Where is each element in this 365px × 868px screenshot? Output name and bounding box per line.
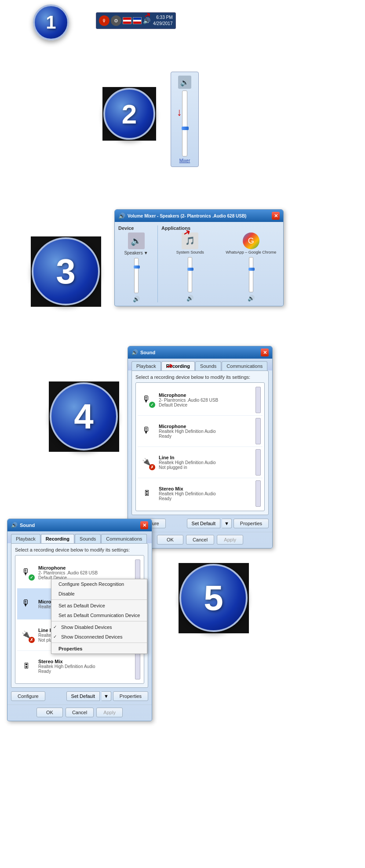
whatsapp-vol-icon: 🔊: [248, 295, 255, 301]
step2-circle: 2: [103, 88, 155, 140]
dialog-titlebar: 🔊 Volume Mixer - Speakers (2- Plantronic…: [115, 210, 283, 222]
tab-desc-4: Select a recording device below to modif…: [135, 374, 265, 380]
properties-btn-4[interactable]: Properties: [234, 519, 269, 528]
tab-playback-4[interactable]: Playback: [131, 361, 161, 370]
tab-communications-4[interactable]: Communications: [222, 361, 267, 370]
apply-btn-5[interactable]: Apply: [96, 708, 123, 717]
device-slider-track[interactable]: [134, 258, 139, 293]
dialog-title: Volume Mixer - Speakers (2- Plantronics …: [128, 214, 246, 218]
tab-sounds-5[interactable]: Sounds: [75, 534, 101, 543]
device-name-2: Microphone: [159, 424, 252, 429]
ctx-item-speech[interactable]: Configure Speech Recognition: [51, 579, 147, 589]
device-bar-3: [255, 449, 261, 476]
cancel-btn-5[interactable]: Cancel: [66, 708, 94, 717]
speakers-icon: 🔉: [128, 232, 145, 249]
device-bar-1: [255, 387, 261, 413]
speaker-icon: 🔊: [178, 76, 191, 89]
sound-icon-4: 🔊: [131, 349, 138, 356]
status-badge-5-3: ✗: [29, 637, 35, 643]
ctx-item-disable[interactable]: Disable: [51, 589, 147, 599]
close-btn-5[interactable]: ✕: [140, 521, 148, 529]
ctx-item-default[interactable]: Set as Default Device: [51, 601, 147, 610]
device-list-4: 🎙 ✓ Microphone 2- Plantronics .Audio 628…: [135, 382, 265, 511]
sound-dialog-step5: 🔊 Sound ✕ Playback Recording Sounds Comm…: [7, 519, 152, 721]
device-sub1-5-4: Realtek High Definition Audio: [38, 664, 131, 669]
device-sub2-5-4: Ready: [38, 669, 131, 674]
whatsapp-slider[interactable]: [249, 257, 253, 292]
ctx-item-show-disconnected[interactable]: ✓Show Disconnected Devices: [51, 632, 147, 642]
taskbar-time: 6:33 PM 4/29/2017: [153, 15, 173, 27]
device-item-4[interactable]: 🎛 Stereo Mix Realtek High Definition Aud…: [138, 478, 263, 509]
set-default-arrow-5[interactable]: ▼: [102, 691, 111, 701]
device-name-5-4: Stereo Mix: [38, 659, 131, 664]
sound-icon: 🔊: [118, 213, 125, 219]
device-name-4: Stereo Mix: [159, 486, 252, 491]
device-name-5-1: Microphone: [38, 565, 131, 570]
device-sub2-1: Default Device: [159, 403, 252, 407]
ctx-item-show-disabled[interactable]: ✓Show Disabled Devices: [51, 622, 147, 632]
whatsapp-icon: G: [243, 232, 259, 249]
volume-mixer-dialog: 🔊 Volume Mixer - Speakers (2- Plantronic…: [114, 209, 284, 306]
device-item-1[interactable]: 🎙 ✓ Microphone 2- Plantronics .Audio 628…: [138, 385, 263, 416]
status-badge-3: ✗: [149, 464, 155, 470]
device-item-5-4[interactable]: 🎛 Stereo Mix Realtek High Definition Aud…: [17, 651, 142, 682]
flag2-icon: [133, 17, 142, 24]
device-item-3[interactable]: 🔌 ✗ Line In Realtek High Definition Audi…: [138, 447, 263, 478]
device-sub1-1: 2- Plantronics .Audio 628 USB: [159, 398, 252, 403]
device-name-1: Microphone: [159, 392, 252, 398]
device-sub1-2: Realtek High Definition Audio: [159, 429, 252, 434]
device-bar-2: [255, 418, 261, 444]
tab-desc-5: Select a recording device below to modif…: [15, 547, 144, 552]
apply-btn-4[interactable]: Apply: [217, 535, 243, 545]
volume-track[interactable]: [182, 91, 187, 156]
device-sub1-5-1: 2- Plantronics .Audio 628 USB: [38, 570, 131, 575]
volume-thumb[interactable]: [182, 127, 189, 130]
step1-taskbar: 🎙 ⚙ 🔊 6:33 PM 4/29/2017 ➜: [96, 12, 176, 29]
device-sub1-4: Realtek High Definition Audio: [159, 491, 252, 496]
configure-btn-5[interactable]: Configure: [11, 691, 45, 701]
tab-playback-5[interactable]: Playback: [11, 534, 40, 543]
close-btn-4[interactable]: ✕: [261, 349, 269, 356]
context-menu: Configure Speech Recognition Disable Set…: [51, 579, 147, 654]
ok-btn-5[interactable]: OK: [36, 708, 63, 717]
device-item-2[interactable]: 🎙 Microphone Realtek High Definition Aud…: [138, 416, 263, 447]
sound-titlebar-5: 🔊 Sound ✕: [7, 519, 152, 531]
device-section-label: Device: [118, 225, 154, 231]
step1-circle: 1: [33, 4, 69, 40]
speakers-dropdown[interactable]: Speakers ▼: [124, 251, 148, 255]
ctx-item-comm-default[interactable]: Set as Default Communication Device: [51, 610, 147, 620]
settings-icon[interactable]: ⚙: [111, 15, 121, 26]
device-sub2-3: Not plugged in: [159, 465, 252, 470]
apps-section-label: Applications: [161, 225, 280, 231]
set-default-btn-4[interactable]: Set Default: [187, 519, 220, 528]
ok-btn-4[interactable]: OK: [157, 535, 183, 545]
recording-icon[interactable]: 🎙: [99, 15, 110, 26]
system-sounds-slider[interactable]: [188, 257, 192, 292]
sound-dialog-step4: 🔊 Sound ✕ Playback Recording Sounds Comm…: [128, 346, 273, 548]
device-name-3: Line In: [159, 455, 252, 460]
tab-communications-5[interactable]: Communications: [101, 534, 147, 543]
device-bar-4: [255, 480, 261, 507]
down-arrow: ↓: [177, 107, 182, 117]
tab-recording-5[interactable]: Recording: [41, 534, 74, 543]
sound-icon-5: 🔊: [11, 522, 18, 528]
sound-title-5: Sound: [20, 523, 35, 528]
device-bar-5-4: [135, 653, 140, 679]
cancel-btn-4[interactable]: Cancel: [186, 535, 214, 545]
properties-btn-5[interactable]: Properties: [113, 691, 148, 701]
device-vol-icon: 🔊: [133, 296, 140, 302]
step5-circle: 5: [179, 564, 248, 632]
ctx-item-properties[interactable]: Properties: [51, 644, 147, 654]
step3-circle: 3: [32, 237, 100, 305]
dialog-close-btn[interactable]: ✕: [272, 212, 280, 220]
step4-circle: 4: [50, 382, 118, 450]
set-default-btn-5[interactable]: Set Default: [66, 691, 100, 701]
device-sub2-2: Ready: [159, 434, 252, 439]
flag-icon: [123, 17, 131, 24]
tab-sounds-4[interactable]: Sounds: [195, 361, 221, 370]
status-badge-5-1: ✓: [29, 574, 35, 581]
set-default-arrow-4[interactable]: ▼: [222, 519, 232, 528]
device-sub1-3: Realtek High Definition Audio: [159, 460, 252, 465]
mixer-link[interactable]: Mixer: [179, 158, 190, 163]
whatsapp-label: WhatsApp – Google Chrome: [226, 250, 276, 254]
